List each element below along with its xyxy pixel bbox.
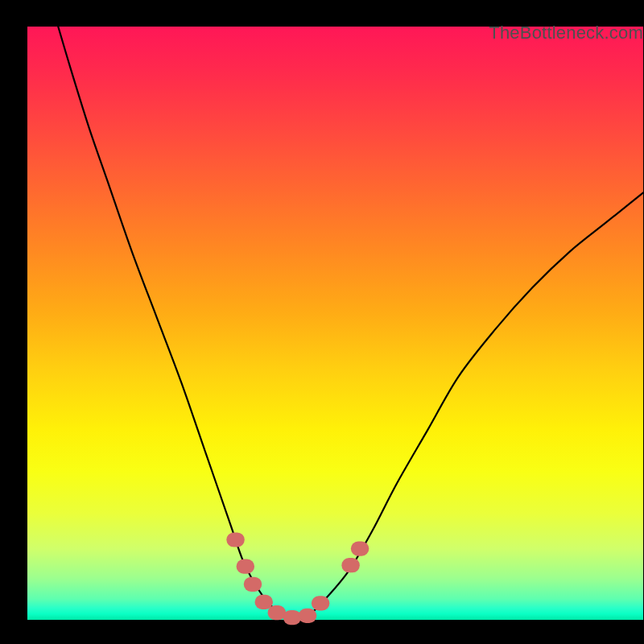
chart-svg (0, 0, 644, 644)
curve-marker (299, 609, 316, 623)
curve-marker (226, 532, 244, 547)
watermark-text: TheBottleneck.com (489, 23, 643, 43)
curve-marker (268, 605, 286, 620)
curve-marker (283, 610, 301, 625)
chart-frame: TheBottleneck.com (0, 0, 644, 644)
curve-marker (341, 558, 359, 572)
curve-marker (244, 577, 262, 592)
bottleneck-curve (58, 27, 643, 618)
curve-marker (237, 559, 254, 574)
curve-marker (312, 596, 329, 610)
curve-marker (255, 595, 273, 609)
curve-marker (351, 541, 369, 555)
